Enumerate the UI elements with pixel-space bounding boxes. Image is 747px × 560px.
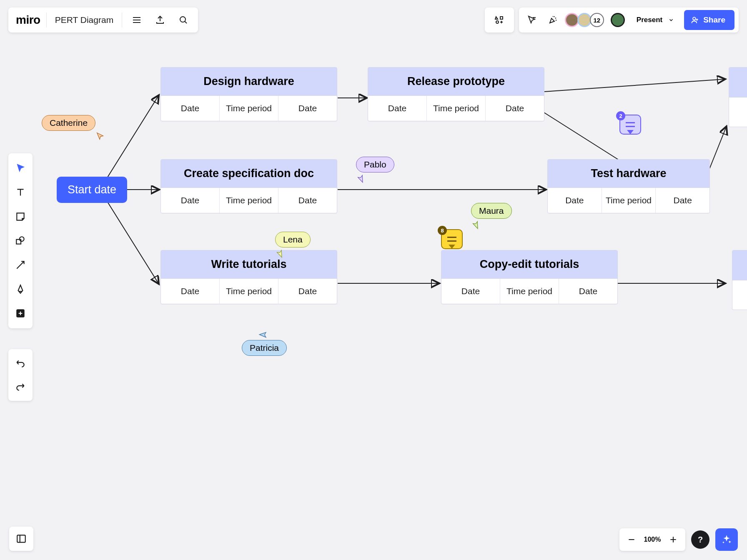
task-cell-period[interactable]: Time period — [426, 96, 485, 121]
task-title: Release prototype — [368, 68, 544, 96]
help-button[interactable]: ? — [691, 530, 709, 549]
task-cell-date[interactable]: Date — [278, 279, 337, 304]
cursor-label: Pablo — [356, 157, 394, 172]
task-release-prototype[interactable]: Release prototype Date Time period Date — [368, 67, 544, 121]
comment-count-badge: 2 — [616, 111, 625, 120]
panel-icon — [16, 533, 27, 544]
task-cell-date[interactable]: Date — [278, 188, 337, 213]
comment-lines-icon — [626, 122, 635, 127]
cursor-pointer-icon — [96, 132, 105, 141]
cursor-pointer-icon — [355, 172, 366, 184]
task-cell-date[interactable]: Date — [278, 96, 337, 121]
task-offscreen[interactable] — [732, 250, 747, 310]
cursor-pablo: Pablo — [356, 157, 394, 182]
task-cell-date[interactable]: Date — [161, 96, 219, 121]
cursor-pointer-icon — [274, 247, 286, 259]
task-cell-date[interactable]: Date — [161, 279, 219, 304]
task-create-spec[interactable]: Create specification doc Date Time perio… — [160, 159, 337, 213]
node-label: Start date — [68, 183, 116, 196]
canvas[interactable]: Start date Design hardware Date Time per… — [0, 0, 747, 560]
task-title: Copy-edit tutorials — [441, 250, 617, 279]
task-title: Test hardware — [548, 160, 709, 188]
ai-assist-button[interactable] — [715, 528, 738, 551]
task-test-hardware[interactable]: Test hardware Date Time period Date — [547, 159, 710, 213]
comment-bubble[interactable]: 2 — [619, 115, 641, 135]
zoom-out-button[interactable] — [623, 531, 640, 548]
task-cell-period[interactable]: Time period — [500, 279, 559, 304]
task-row: Date Time period Date — [368, 96, 544, 121]
zoom-level[interactable]: 100% — [643, 536, 662, 543]
task-cell-period[interactable]: Time period — [602, 188, 656, 213]
cursor-label: Lena — [275, 232, 311, 248]
cursor-label: Maura — [471, 203, 512, 219]
svg-rect-5 — [17, 535, 25, 542]
plus-icon — [669, 535, 677, 544]
task-row: Date Time period Date — [161, 188, 337, 213]
task-cell-date[interactable]: Date — [368, 96, 426, 121]
task-cell-period[interactable]: Time period — [219, 188, 278, 213]
cursor-label: Catherine — [42, 115, 95, 131]
task-cell-date[interactable]: Date — [548, 188, 602, 213]
task-title: Design hardware — [161, 68, 337, 96]
cursor-label: Patricia — [242, 340, 287, 356]
task-title: Create specification doc — [161, 160, 337, 188]
cursor-pointer-icon — [258, 328, 271, 341]
sparkle-icon — [721, 534, 732, 545]
comment-bubble[interactable]: 8 — [441, 229, 463, 249]
task-offscreen[interactable] — [729, 67, 747, 127]
task-row: Date Time period Date — [548, 188, 709, 213]
task-cell-period[interactable]: Time period — [219, 279, 278, 304]
cursor-maura: Maura — [471, 203, 512, 229]
cursor-lena: Lena — [275, 232, 311, 258]
task-cell-period[interactable]: Time period — [219, 96, 278, 121]
bottom-right-controls: 100% ? — [619, 528, 738, 551]
cursor-patricia: Patricia — [242, 330, 287, 356]
task-cell-date[interactable]: Date — [485, 96, 544, 121]
minus-icon — [627, 535, 636, 544]
task-cell-date[interactable]: Date — [441, 279, 500, 304]
task-design-hardware[interactable]: Design hardware Date Time period Date — [160, 67, 337, 121]
task-copy-edit-tutorials[interactable]: Copy-edit tutorials Date Time period Dat… — [441, 250, 618, 304]
task-cell-date[interactable]: Date — [161, 188, 219, 213]
cursor-pointer-icon — [470, 218, 481, 230]
task-row: Date Time period Date — [441, 279, 617, 304]
task-write-tutorials[interactable]: Write tutorials Date Time period Date — [160, 250, 337, 304]
task-row: Date Time period Date — [161, 279, 337, 304]
task-row: Date Time period Date — [161, 96, 337, 121]
comment-count-badge: 8 — [438, 226, 447, 235]
zoom-controls: 100% — [619, 528, 685, 551]
comment-lines-icon — [447, 237, 456, 242]
cursor-catherine: Catherine — [42, 115, 105, 141]
frames-panel-button[interactable] — [9, 527, 33, 551]
task-cell-date[interactable]: Date — [559, 279, 617, 304]
node-start-date[interactable]: Start date — [57, 177, 127, 203]
zoom-in-button[interactable] — [664, 531, 682, 548]
task-cell-date[interactable]: Date — [655, 188, 709, 213]
